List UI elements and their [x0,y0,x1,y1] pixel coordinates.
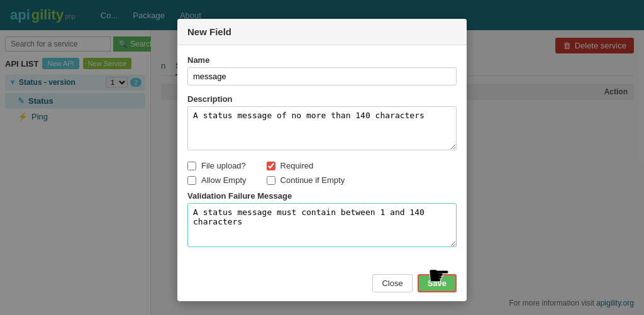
modal-title: New Field [187,26,231,37]
description-label: Description [187,94,457,104]
modal-header: New Field [177,19,467,45]
required-checkbox-item: Required [267,161,345,170]
required-label: Required [280,161,314,170]
allow-empty-label: Allow Empty [201,175,247,185]
validation-label: Validation Failure Message [187,191,457,201]
continue-if-empty-checkbox[interactable] [267,176,275,185]
modal-footer: Close Save [177,268,467,301]
file-upload-label: File upload? [201,161,246,170]
name-input[interactable] [187,67,457,86]
modal-body: Name Description A status message of no … [177,45,467,268]
name-field-group: Name [187,55,457,86]
description-field-group: Description A status message of no more … [187,94,457,152]
right-checkboxes: Required Continue if Empty [267,161,345,185]
name-label: Name [187,55,457,65]
file-upload-checkbox-item: File upload? [187,161,247,170]
validation-field-group: Validation Failure Message A status mess… [187,191,457,249]
left-checkboxes: File upload? Allow Empty [187,161,247,185]
file-upload-checkbox[interactable] [187,162,196,170]
allow-empty-checkbox-item: Allow Empty [187,175,247,185]
continue-if-empty-label: Continue if Empty [280,175,345,185]
checkbox-row: File upload? Allow Empty Required Contin… [187,161,457,185]
description-textarea[interactable]: A status message of no more than 140 cha… [187,106,457,150]
close-button[interactable]: Close [372,274,412,292]
required-checkbox[interactable] [267,162,275,170]
continue-if-empty-checkbox-item: Continue if Empty [267,175,345,185]
allow-empty-checkbox[interactable] [187,176,196,185]
save-button[interactable]: Save [418,274,457,292]
validation-textarea[interactable]: A status message must contain between 1 … [187,203,457,247]
modal-overlay: New Field Name Description A status mess… [0,0,644,315]
new-field-modal: New Field Name Description A status mess… [177,19,467,301]
